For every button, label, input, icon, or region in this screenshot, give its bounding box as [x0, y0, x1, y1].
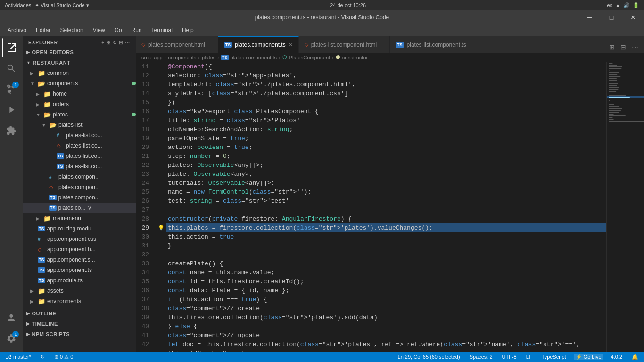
- sidebar-item-plates-list-html[interactable]: ▶ ◇ plates-list.co...: [23, 140, 136, 151]
- git-branch[interactable]: ⎇ master*: [4, 354, 33, 360]
- menu-help[interactable]: Help: [178, 26, 198, 34]
- sidebar-item-plates-spec[interactable]: ▶ TS plates.compon...: [23, 192, 136, 203]
- maximize-button[interactable]: □: [601, 10, 622, 25]
- breadcrumb-class[interactable]: PlatesComponent: [289, 55, 330, 60]
- sidebar-item-plates-list-spec[interactable]: ▶ TS plates-list.co...: [23, 151, 136, 161]
- restaurant-section[interactable]: ▼ RESTAURANT: [23, 58, 136, 68]
- sidebar-item-main-menu[interactable]: ▶ 📁 main-menu: [23, 213, 136, 223]
- tab-label: plates.component.html: [148, 41, 205, 48]
- code-text: class="kw">export: [168, 108, 231, 115]
- explorer-icon[interactable]: [2, 38, 21, 57]
- npm-scripts-section[interactable]: ▶ NPM SCRIPTS: [23, 329, 136, 339]
- code-line: let doc = this.firestore.collection(clas…: [166, 340, 606, 349]
- notification-icon[interactable]: 🔔: [630, 354, 640, 360]
- source-control-icon[interactable]: 1: [2, 80, 21, 99]
- open-editors-section[interactable]: ▶ OPEN EDITORS: [23, 47, 136, 58]
- tab-label: plates-list.component.ts: [407, 41, 466, 48]
- gutter-item: [157, 250, 166, 259]
- errors-indicator[interactable]: ⊗ 0 ⚠ 0: [52, 354, 75, 360]
- sidebar-item-environments[interactable]: ▶ 📁 environments: [23, 296, 136, 306]
- encoding[interactable]: UTF-8: [500, 354, 519, 360]
- code-content[interactable]: @Component({ selector: class="str">'app-…: [166, 62, 606, 352]
- collapse-icon[interactable]: ⊟: [119, 40, 123, 45]
- line-ending[interactable]: LF: [524, 354, 534, 360]
- sidebar-item-common[interactable]: ▶ 📁 common: [23, 68, 136, 78]
- menu-selection[interactable]: Selection: [56, 26, 87, 34]
- sidebar-item-components[interactable]: ▼ 📂 components: [23, 78, 136, 89]
- menu-editar[interactable]: Editar: [32, 26, 54, 34]
- sidebar-item-plates[interactable]: ▼ 📂 plates: [23, 109, 136, 120]
- outline-section[interactable]: ▶ OUTLINE: [23, 308, 136, 319]
- new-folder-icon[interactable]: ⊞: [107, 40, 111, 45]
- sidebar-item-app-module[interactable]: ▶ TS app.module.ts: [23, 275, 136, 286]
- extensions-icon[interactable]: [2, 121, 21, 140]
- search-icon[interactable]: [2, 59, 21, 78]
- breadcrumb-components[interactable]: components: [168, 55, 196, 60]
- settings-icon[interactable]: 1: [2, 329, 21, 348]
- item-label: plates-list.co...: [66, 153, 136, 159]
- source-control-badge: 1: [12, 82, 19, 88]
- npm-label: NPM SCRIPTS: [32, 331, 70, 337]
- sidebar-item-plates-html[interactable]: ▶ ◇ plates.compon...: [23, 182, 136, 192]
- menu-run[interactable]: Run: [128, 26, 146, 34]
- menu-go[interactable]: Go: [111, 26, 126, 34]
- cursor-position[interactable]: Ln 29, Col 65 (60 selected): [396, 354, 462, 360]
- wifi-icon: ▲: [615, 2, 620, 8]
- menu-view[interactable]: View: [89, 26, 109, 34]
- tab-plates-component-ts[interactable]: TS plates.component.ts ✕: [218, 36, 299, 53]
- sidebar-item-app-ts[interactable]: ▶ TS app.component.ts: [23, 265, 136, 275]
- breadcrumb-src[interactable]: src: [141, 55, 149, 60]
- vscode-app-label[interactable]: ✦ Visual Studio Code ▾: [35, 2, 89, 8]
- language-mode[interactable]: TypeScript: [540, 354, 568, 360]
- layout-icon[interactable]: ⊟: [619, 41, 628, 53]
- more-tabs-icon[interactable]: ⋯: [630, 41, 640, 53]
- breadcrumb-app[interactable]: app: [154, 55, 162, 60]
- refresh-icon[interactable]: ↻: [113, 40, 117, 45]
- menu-terminal[interactable]: Terminal: [148, 26, 176, 34]
- tab-plates-component-html[interactable]: ◇ plates.component.html ✕: [136, 36, 218, 53]
- minimize-button[interactable]: ─: [579, 10, 601, 25]
- breadcrumb-file[interactable]: plates.component.ts: [231, 55, 277, 60]
- breadcrumb-plates[interactable]: plates: [202, 55, 215, 60]
- new-file-icon[interactable]: +: [101, 40, 105, 45]
- live-share[interactable]: ⚡ Go Live: [574, 354, 603, 360]
- close-button[interactable]: ✕: [622, 10, 644, 25]
- sidebar-item-app-spec[interactable]: ▶ TS app.component.s...: [23, 255, 136, 265]
- code-text: plates: Observable<any[]>;: [168, 162, 264, 169]
- item-label: plates.compon...: [58, 194, 136, 201]
- tab-plates-list-component-ts[interactable]: TS plates-list.component.ts ✕: [390, 36, 479, 53]
- account-icon[interactable]: [2, 308, 21, 327]
- sidebar-item-plates-ts-active[interactable]: ▶ TS plates.co... M: [23, 203, 136, 213]
- sidebar-item-plates-list-css[interactable]: ▶ # plates-list.co...: [23, 130, 136, 140]
- sidebar-item-plates-list[interactable]: ▼ 📂 plates-list: [23, 120, 136, 130]
- sidebar-item-assets[interactable]: ▶ 📁 assets: [23, 286, 136, 296]
- line-number: 41: [136, 331, 149, 340]
- split-editor-icon[interactable]: ⊞: [607, 41, 617, 53]
- sidebar-item-app-routing[interactable]: ▶ TS app-routing.modu...: [23, 223, 136, 234]
- tab-plates-list-component-html[interactable]: ◇ plates-list.component.html ✕: [299, 36, 390, 53]
- system-bar-right: es ▲ 🔊 🔋: [607, 2, 639, 8]
- sync-icon[interactable]: ↻: [39, 354, 47, 360]
- sidebar-item-plates-list-ts[interactable]: ▶ TS plates-list.co...: [23, 161, 136, 172]
- sidebar-header-icons: + ⊞ ↻ ⊟ ⋯: [101, 40, 130, 45]
- lightbulb-icon[interactable]: 💡: [158, 225, 165, 231]
- sidebar-item-app-css[interactable]: ▶ # app.component.css: [23, 234, 136, 244]
- indentation[interactable]: Spaces: 2: [468, 354, 495, 360]
- run-icon[interactable]: [2, 100, 21, 119]
- sidebar-item-home[interactable]: ▶ 📁 home: [23, 89, 136, 99]
- arrow-icon: ▼: [36, 112, 43, 117]
- activities-label[interactable]: Actividades: [5, 2, 31, 8]
- sidebar-item-app-html[interactable]: ▶ ◇ app.component.h...: [23, 244, 136, 255]
- gutter-item: [157, 188, 166, 197]
- timeline-section[interactable]: ▶ TIMELINE: [23, 319, 136, 329]
- tab-close-icon[interactable]: ✕: [289, 42, 293, 48]
- line-number: 27: [136, 206, 149, 214]
- sidebar-item-orders[interactable]: ▶ 📁 orders: [23, 99, 136, 109]
- gutter-item: [157, 277, 166, 286]
- item-label: orders: [53, 101, 136, 107]
- menu-archivo[interactable]: Archivo: [4, 26, 30, 34]
- more-icon[interactable]: ⋯: [125, 40, 130, 45]
- extension-version[interactable]: 4.0.2: [609, 354, 624, 360]
- breadcrumb-constructor[interactable]: constructor: [342, 55, 368, 60]
- sidebar-item-plates-css[interactable]: ▶ # plates.compon...: [23, 172, 136, 182]
